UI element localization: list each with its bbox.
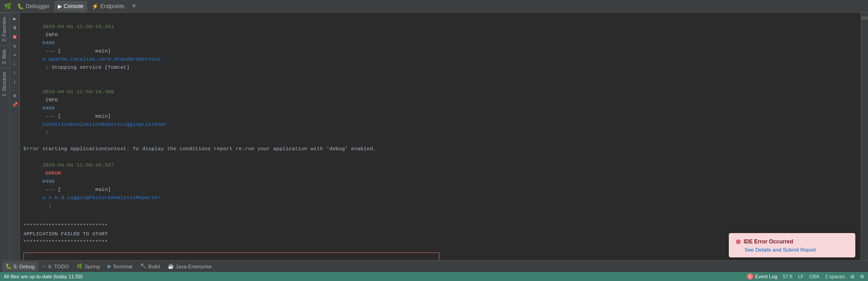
vtab-favorites[interactable]: 2: Favorites: [0, 13, 9, 45]
event-log-label: Event Log: [755, 274, 778, 279]
error-box: Description: Field mapper in com.example…: [24, 252, 439, 260]
scrollbar-thumb[interactable]: [861, 16, 868, 20]
tab-debugger[interactable]: 🐛 Debugger: [14, 1, 53, 12]
status-left: All files are up-to-date (today 11:59): [4, 274, 83, 279]
java-enterprise-tab-icon: ☕: [168, 263, 174, 269]
logger-link-4[interactable]: o.s.b.d.LoggingFailureAnalysisReporter: [42, 195, 160, 200]
spring-tab-icon: 🌿: [76, 263, 83, 269]
status-files-text: All files are up-to-date (today 11:59): [4, 274, 83, 279]
log-line-1: 2020-04-01 11:59:16.291 INFO 9408 --- [ …: [24, 14, 857, 80]
bottom-tab-terminal[interactable]: ▶ Terminal: [104, 262, 136, 271]
bottom-tab-java-enterprise[interactable]: ☕ Java Enterprise: [164, 262, 216, 271]
logger-link-2[interactable]: ConditionEvaluationReportLoggingListener: [42, 121, 167, 127]
step-into-icon[interactable]: ↓: [11, 60, 19, 68]
bottom-tab-build[interactable]: 🔨 Build: [137, 262, 164, 271]
error-box-content: Description: Field mapper in com.example…: [31, 258, 432, 260]
top-bar: 🌿 🐛 Debugger ▶ Console ⚡ Endpoints ≡: [0, 0, 868, 13]
app-icon[interactable]: 🌿: [3, 1, 13, 11]
event-log-button[interactable]: 1 Event Log: [747, 273, 778, 280]
terminal-tab-icon: ▶: [108, 263, 111, 269]
tab-console[interactable]: ▶ Console: [54, 1, 87, 12]
todo-tab-icon: ✓: [42, 263, 47, 269]
status-bar: All files are up-to-date (today 11:59) 1…: [0, 272, 868, 281]
debugger-icon: 🐛: [17, 3, 24, 10]
charset: GBK: [809, 274, 820, 279]
cursor-coords: 57:8: [783, 274, 792, 279]
line-ending: LF: [798, 274, 804, 279]
ide-error-title: ⊗ IDE Error Occurred: [736, 238, 849, 245]
bottom-tab-spring[interactable]: 🌿 Spring: [73, 262, 103, 271]
bottom-tab-debug[interactable]: 🐛 5: Debug: [2, 262, 38, 271]
log-line-2: 2020-04-01 11:59:16.308 INFO 9408 --- [ …: [24, 80, 857, 145]
settings-bottom-icon[interactable]: ⚙: [860, 274, 864, 280]
main-layout: 2: Favorites 3: Web 2: Structure ▶ ⏸ ⏹ ↻…: [0, 13, 868, 260]
resume-icon[interactable]: ▶: [11, 14, 19, 23]
ide-error-popup: ⊗ IDE Error Occurred See Details and Sub…: [729, 233, 855, 257]
error-circle-icon: ⊗: [736, 238, 741, 245]
console-area[interactable]: 2020-04-01 11:59:16.291 INFO 9408 --- [ …: [20, 13, 861, 260]
step-over-icon[interactable]: ↷: [11, 51, 19, 59]
tab-endpoints[interactable]: ⚡ Endpoints: [88, 1, 128, 12]
run-to-cursor-icon[interactable]: ↕: [11, 78, 19, 86]
pin-icon[interactable]: 📌: [11, 100, 19, 109]
settings-icon[interactable]: ⚙: [11, 91, 19, 100]
pause-icon[interactable]: ⏸: [11, 24, 19, 32]
see-details-link[interactable]: See Details and Submit Report: [745, 247, 849, 252]
vertical-tabs: 2: Favorites 3: Web 2: Structure: [0, 13, 10, 260]
console-icon: ▶: [58, 3, 62, 10]
log-line-4: 2020-04-01 11:59:16.537 ERROR 9408 --- […: [24, 153, 857, 218]
restart-icon[interactable]: ↻: [11, 42, 19, 50]
log-line-3: Error starting ApplicationContext. To di…: [24, 145, 857, 153]
step-out-icon[interactable]: ↑: [11, 69, 19, 77]
bottom-tabs: 🐛 5: Debug ✓ 6: TODO 🌿 Spring ▶ Terminal…: [0, 260, 868, 272]
debug-tab-icon: 🐛: [5, 263, 12, 269]
logger-link-1[interactable]: o.apache.catalina.core.StandardService: [42, 56, 160, 62]
stars-line-1: ***************************: [24, 222, 857, 230]
indent: 2 spaces: [825, 274, 845, 279]
run-sidebar: ▶ ⏸ ⏹ ↻ ↷ ↓ ↑ ↕ ⚙ 📌: [10, 13, 20, 260]
resize-icon: ⊞: [850, 274, 854, 280]
event-log-badge: 1: [747, 273, 753, 280]
empty-line-1: [24, 218, 857, 222]
more-options-icon[interactable]: ≡: [129, 1, 139, 11]
endpoints-icon: ⚡: [92, 3, 99, 10]
vtab-structure[interactable]: 2: Structure: [0, 68, 9, 100]
right-panel: [861, 13, 868, 260]
build-tab-icon: 🔨: [140, 263, 146, 269]
bottom-tab-todo[interactable]: ✓ 6: TODO: [39, 262, 73, 271]
stop-icon[interactable]: ⏹: [11, 33, 19, 41]
status-right: 1 Event Log 57:8 LF GBK 2 spaces ⊞ ⚙: [747, 273, 864, 280]
vtab-web[interactable]: 3: Web: [0, 45, 9, 68]
